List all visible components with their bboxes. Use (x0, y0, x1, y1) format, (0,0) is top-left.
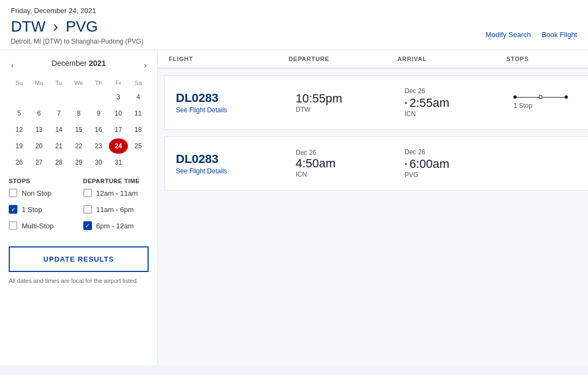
header-departure: DEPARTURE (289, 56, 397, 62)
cal-cell-6[interactable]: 6 (29, 106, 48, 121)
cal-day-mo: Mo (29, 77, 48, 88)
departure-col-2: Dec 26 4:50am ICN (296, 149, 405, 178)
cal-cell-25[interactable]: 25 (129, 138, 148, 154)
one-stop-checkbox[interactable] (9, 205, 17, 214)
calendar-prev-btn[interactable]: ‹ (9, 61, 16, 70)
dep-time-1: 10:55pm (296, 92, 405, 106)
arr-date-1: Dec 26 (405, 87, 513, 95)
arr-time-2: 6:00am (409, 157, 449, 171)
cal-cell-24[interactable]: 24 (109, 138, 127, 154)
cal-cell-empty (10, 89, 28, 105)
book-flight-link[interactable]: Book Flight (542, 31, 577, 39)
multi-stop-label: Multi-Stop (22, 222, 54, 230)
cal-cell-28[interactable]: 28 (50, 155, 68, 170)
cal-cell-8[interactable]: 8 (69, 106, 88, 121)
dep-airport-2: ICN (296, 171, 405, 178)
cal-day-sa: Sa (129, 77, 148, 88)
disclaimer-text: All dates and times are local for the ai… (9, 277, 149, 284)
cal-cell-5[interactable]: 5 (10, 106, 28, 121)
cal-cell-29[interactable]: 29 (69, 155, 88, 170)
time-6pm-label: 6pm - 12am (96, 222, 134, 230)
cal-cell-26[interactable]: 26 (10, 155, 28, 170)
cal-cell-14[interactable]: 14 (50, 122, 68, 137)
stops-label-1: 1 Stop (513, 102, 532, 110)
cal-day-tu: Tu (50, 77, 68, 88)
cal-cell-empty (50, 89, 68, 105)
cal-cell-3[interactable]: 3 (109, 89, 127, 105)
arrival-col-1: Dec 26 • 2:55am ICN (405, 87, 513, 118)
cal-cell-11[interactable]: 11 (129, 106, 148, 121)
multi-stop-checkbox[interactable] (9, 221, 17, 230)
date-header: Friday, December 24, 2021 (11, 7, 577, 15)
cal-cell-22[interactable]: 22 (69, 138, 88, 154)
stop-dash-1 (517, 97, 539, 98)
modify-search-link[interactable]: Modify Search (486, 31, 531, 39)
stop-line-1 (513, 95, 568, 99)
calendar-next-btn[interactable]: › (142, 61, 149, 70)
stop-dash-right-1 (542, 97, 565, 98)
time-12am-checkbox-item[interactable]: 12am - 11am (83, 189, 149, 197)
cal-day-th: Th (89, 77, 108, 88)
arr-airport-2: PVG (405, 171, 513, 179)
arr-date-2: Dec 26 (405, 148, 513, 156)
time-6pm-checkbox-item[interactable]: 6pm - 12am (83, 221, 149, 230)
time-12am-checkbox[interactable] (83, 189, 92, 197)
stop-dot-right-1 (565, 95, 568, 99)
calendar-grid: Su Mo Tu We Th Fr Sa (9, 76, 149, 171)
flight-number-2: DL0283 (176, 152, 296, 166)
cal-cell-23[interactable]: 23 (89, 138, 108, 154)
non-stop-label: Non Stop (22, 189, 51, 197)
stops-col-1: 1 Stop (513, 95, 588, 110)
one-stop-checkbox-item[interactable]: 1 Stop (9, 205, 75, 214)
time-11am-checkbox[interactable] (83, 205, 92, 214)
cal-cell-empty (89, 89, 108, 105)
arrow-icon: › (53, 18, 58, 35)
header-flight: FLIGHT (169, 56, 289, 62)
flight-card-2: DL0283 See Flight Details Dec 26 4:50am … (164, 136, 588, 191)
dep-date-2: Dec 26 (296, 149, 405, 156)
cal-cell-27[interactable]: 27 (29, 155, 48, 170)
cal-cell-13[interactable]: 13 (29, 122, 48, 137)
cal-cell-30[interactable]: 30 (89, 155, 108, 170)
cal-cell-18[interactable]: 18 (129, 122, 148, 137)
update-results-button[interactable]: UPDATE RESULTS (9, 246, 149, 272)
cal-cell-17[interactable]: 17 (109, 122, 127, 137)
one-stop-label: 1 Stop (22, 205, 42, 214)
cal-cell-12[interactable]: 12 (10, 122, 28, 137)
cal-cell-empty (69, 89, 88, 105)
results-table-header: FLIGHT DEPARTURE ARRIVAL STOPS STATUS (158, 50, 588, 69)
arrival-connector-icon-1: • (405, 99, 407, 107)
cal-cell-7[interactable]: 7 (50, 106, 68, 121)
time-6pm-checkbox[interactable] (83, 221, 92, 230)
dep-time-2: 4:50am (296, 156, 405, 171)
cal-cell-21[interactable]: 21 (50, 138, 68, 154)
arrival-col-2: Dec 26 • 6:00am PVG (405, 148, 513, 179)
dep-airport-1: DTW (296, 106, 405, 113)
cal-cell-10[interactable]: 10 (109, 106, 127, 121)
cal-cell-15[interactable]: 15 (69, 122, 88, 137)
cal-cell-19[interactable]: 19 (10, 138, 28, 154)
route-subtitle: Detroit, MI (DTW) to Shanghai-Pudong (PV… (11, 38, 577, 45)
cal-cell-20[interactable]: 20 (29, 138, 48, 154)
flight-info-1: DL0283 See Flight Details (176, 91, 296, 114)
cal-cell-31[interactable]: 31 (109, 155, 127, 170)
arrival-connector-icon-2: • (405, 160, 407, 168)
cal-cell-empty (129, 155, 148, 170)
multi-stop-checkbox-item[interactable]: Multi-Stop (9, 221, 75, 230)
cal-cell-9[interactable]: 9 (89, 106, 108, 121)
see-details-link-1[interactable]: See Flight Details (176, 106, 227, 114)
cal-cell-4[interactable]: 4 (129, 89, 148, 105)
see-details-link-2[interactable]: See Flight Details (176, 167, 227, 175)
cal-day-we: We (69, 77, 88, 88)
from-code: DTW (11, 18, 46, 35)
time-11am-checkbox-item[interactable]: 11am - 6pm (83, 205, 149, 214)
flight-info-2: DL0283 See Flight Details (176, 152, 296, 175)
cal-cell-16[interactable]: 16 (89, 122, 108, 137)
calendar-header: December 2021 (52, 57, 106, 70)
non-stop-checkbox-item[interactable]: Non Stop (9, 189, 75, 197)
flight-card-1: DL0283 See Flight Details 10:55pm DTW De… (164, 75, 588, 130)
time-11am-label: 11am - 6pm (96, 205, 134, 214)
non-stop-checkbox[interactable] (9, 189, 17, 197)
arr-airport-1: ICN (405, 110, 513, 118)
arr-time-1: 2:55am (409, 96, 449, 110)
